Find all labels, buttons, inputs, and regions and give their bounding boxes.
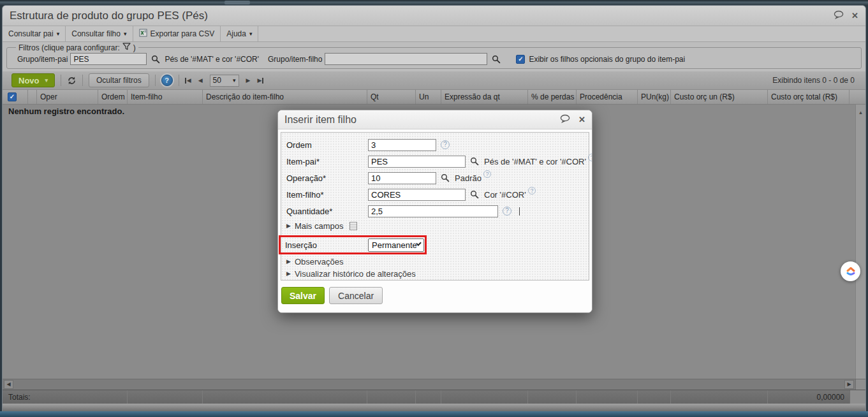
operacao-hint: Padrão	[455, 173, 482, 183]
menu-ajuda[interactable]: Ajuda ▾	[221, 26, 258, 41]
next-page-icon[interactable]: ▶	[246, 78, 251, 84]
clickup-widget-button[interactable]	[841, 261, 860, 281]
menu-consultar-pai[interactable]: Consultar pai ▾	[3, 26, 66, 41]
grupo-item-pai-input[interactable]	[70, 53, 147, 65]
disclosure-icon: ▶	[286, 271, 291, 277]
search-icon[interactable]	[151, 55, 160, 64]
grupo-item-pai-hint: Pés de '#MAT' e cor '#COR'	[165, 55, 259, 64]
window-bottom-edge	[3, 404, 865, 411]
page-size-select[interactable]: 50 ▾	[210, 75, 239, 87]
last-page-icon[interactable]: ▶	[257, 78, 263, 84]
search-icon[interactable]	[492, 55, 501, 64]
refresh-icon[interactable]	[67, 76, 77, 85]
observacoes-toggle[interactable]: ▶ Observações	[286, 256, 589, 268]
column-header-custo-un[interactable]: Custo orç un (R$)	[671, 90, 768, 104]
column-header-item-filho[interactable]: Item-filho	[128, 90, 203, 104]
column-header-pun[interactable]: PUn(kg)	[638, 90, 671, 104]
help-icon[interactable]: ?	[588, 154, 592, 161]
historico-toggle[interactable]: ▶ Visualizar histórico de alterações	[286, 268, 589, 280]
item-filho-input[interactable]	[368, 189, 466, 201]
page-title: Estrutura de produto do grupo PES (Pés)	[10, 10, 208, 22]
help-icon[interactable]: ?	[161, 75, 173, 86]
ocultar-filtros-button[interactable]: Ocultar filtros	[89, 73, 149, 87]
grupo-item-filho-input[interactable]	[325, 53, 487, 65]
divider	[82, 75, 83, 86]
totals-label: Totais:	[3, 390, 98, 404]
grid-toolbar: Novo ▾ Ocultar filtros ? ◀ ◀ 50 ▾ ▶	[3, 71, 865, 90]
filters-legend[interactable]: Filtros (clique para configurar: )	[16, 43, 138, 52]
prev-page-icon[interactable]: ◀	[198, 78, 203, 84]
ordem-label: Ordem	[286, 140, 368, 150]
column-header-qt[interactable]: Qt	[367, 90, 416, 104]
empty-message: Nenhum registro encontrado.	[8, 106, 124, 116]
menubar: Consultar pai ▾ Consultar filho ▾ Export…	[3, 26, 865, 42]
operacao-label: Operação*	[286, 173, 368, 183]
check-icon: ✓	[518, 56, 523, 62]
top-strip-notch	[224, 1, 250, 4]
column-header-ordem[interactable]: Ordem	[98, 90, 128, 104]
search-icon[interactable]	[470, 157, 479, 166]
novo-button[interactable]: Novo ▾	[11, 73, 55, 87]
ordem-input[interactable]	[368, 139, 436, 151]
scroll-left-icon[interactable]: ◀	[4, 380, 13, 389]
help-icon[interactable]: ?	[483, 170, 491, 178]
items-count-info: Exibindo itens 0 - 0 de 0	[772, 76, 855, 85]
comment-bubble-icon[interactable]	[834, 10, 844, 22]
grupo-item-filho-label: Grupo/item-filho	[268, 55, 322, 64]
chevron-down-icon: ▾	[124, 31, 127, 37]
dialog-body: Ordem ? Item-pai* Pés de '#MAT' e cor '#…	[278, 129, 592, 312]
excel-icon	[139, 29, 147, 39]
help-icon[interactable]: ?	[441, 140, 450, 149]
column-header-expressao[interactable]: Expressão da qt	[441, 90, 528, 104]
quantidade-input[interactable]	[368, 205, 498, 217]
chevron-down-icon: ▾	[249, 31, 253, 37]
mais-campos-toggle[interactable]: ▶ Mais campos	[286, 219, 589, 232]
exibir-opcionais-checkbox[interactable]: ✓	[516, 55, 525, 64]
window-titlebar: Estrutura de produto do grupo PES (Pés) …	[3, 6, 865, 26]
column-header-un[interactable]: Un	[416, 90, 441, 104]
dialog-close-icon[interactable]: ✕	[578, 115, 585, 124]
clickup-icon	[845, 266, 857, 277]
screen: Estrutura de produto do grupo PES (Pés) …	[0, 0, 868, 417]
menu-exportar-csv[interactable]: Exportar para CSV	[133, 26, 221, 41]
chevron-down-icon: ▾	[57, 31, 60, 37]
salvar-button[interactable]: Salvar	[281, 287, 325, 304]
inserir-item-filho-dialog: Inserir item filho ✕ Ordem ? Item-pai*	[277, 110, 592, 313]
column-header-custo-total[interactable]: Custo orç total (R$)	[768, 90, 850, 104]
column-spacer	[850, 90, 865, 104]
menu-consultar-filho[interactable]: Consultar filho ▾	[66, 26, 133, 41]
item-pai-input[interactable]	[368, 156, 466, 168]
disclosure-icon: ▶	[286, 259, 291, 265]
dialog-titlebar: Inserir item filho ✕	[278, 110, 592, 129]
search-icon[interactable]	[470, 190, 479, 199]
select-all-checkbox[interactable]: ✓	[8, 92, 17, 101]
funnel-icon	[122, 43, 131, 52]
chevron-down-icon: ▾	[233, 78, 236, 84]
cancelar-button[interactable]: Cancelar	[329, 287, 383, 304]
dialog-title: Inserir item filho	[284, 114, 357, 126]
quantidade-label: Quantidade*	[286, 207, 368, 216]
vertical-scrollbar[interactable]: ▴	[855, 105, 865, 379]
column-header-oper[interactable]: Oper	[37, 90, 98, 104]
insercao-label: Inserção	[285, 240, 368, 250]
item-pai-hint: Pés de '#MAT' e cor '#COR'	[484, 157, 586, 166]
horizontal-scrollbar[interactable]: ◀ ▶	[3, 379, 865, 390]
close-icon[interactable]: ✕	[851, 11, 858, 20]
help-icon[interactable]: ?	[528, 187, 536, 194]
dialog-fields-panel: Ordem ? Item-pai* Pés de '#MAT' e cor '#…	[281, 132, 589, 281]
help-icon[interactable]: ?	[503, 207, 511, 216]
comment-bubble-icon[interactable]	[560, 114, 571, 126]
item-filho-hint: Cor '#COR'	[484, 190, 526, 200]
dialog-footer: Salvar Cancelar	[281, 281, 589, 304]
first-page-icon[interactable]: ◀	[185, 78, 191, 84]
column-header-descricao[interactable]: Descrição do item-filho	[203, 90, 367, 104]
search-icon[interactable]	[441, 173, 450, 182]
totals-value: 0,00000	[768, 390, 850, 404]
insercao-select[interactable]: Permanente	[368, 238, 424, 252]
scroll-right-icon[interactable]: ▶	[844, 380, 854, 389]
scroll-up-icon[interactable]: ▴	[859, 110, 862, 379]
pager: ◀ ◀ 50 ▾ ▶ ▶	[185, 75, 264, 87]
operacao-input[interactable]	[368, 172, 436, 184]
column-header-perdas[interactable]: % de perdas	[528, 90, 577, 104]
column-header-procedencia[interactable]: Procedência	[577, 90, 638, 104]
